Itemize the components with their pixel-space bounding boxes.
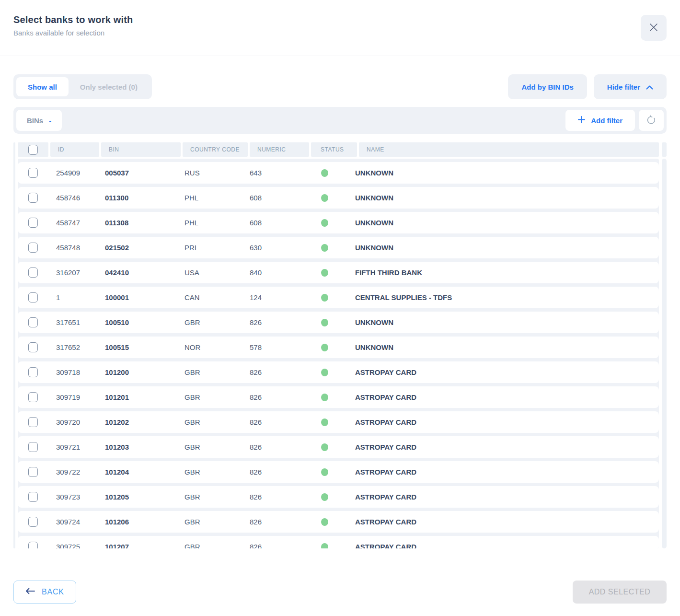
page-title: Select banks to work with: [13, 14, 667, 25]
cell-name: UNKNOWN: [347, 219, 659, 227]
row-checkbox[interactable]: [28, 492, 38, 502]
cell-country-code: PRI: [177, 244, 242, 252]
row-checkbox[interactable]: [28, 218, 38, 228]
tab-show-all[interactable]: Show all: [16, 77, 69, 96]
cell-numeric: 826: [242, 418, 301, 426]
table-scrollbar[interactable]: [662, 159, 667, 548]
refresh-icon: [646, 115, 657, 127]
cell-name: ASTROPAY CARD: [347, 493, 659, 501]
table-row: 1100001CAN124CENTRAL SUPPLIES - TDFS: [18, 287, 659, 308]
add-selected-button[interactable]: ADD SELECTED: [573, 581, 667, 604]
cell-numeric: 826: [242, 493, 301, 501]
table-row: 458747011308PHL608UNKNOWN: [18, 212, 659, 233]
cell-status: [301, 169, 347, 177]
chevron-up-icon: [646, 83, 653, 91]
cell-name: ASTROPAY CARD: [347, 368, 659, 376]
row-checkbox[interactable]: [28, 367, 38, 377]
filter-chip-bins[interactable]: BINs -: [16, 110, 62, 131]
row-checkbox[interactable]: [28, 442, 38, 452]
cell-country-code: RUS: [177, 169, 242, 177]
cell-numeric: 124: [242, 293, 301, 302]
cell-select: [18, 542, 48, 548]
row-checkbox[interactable]: [28, 392, 38, 402]
reset-filters-button[interactable]: [639, 110, 664, 131]
cell-country-code: GBR: [177, 418, 242, 426]
add-filter-label: Add filter: [591, 116, 622, 125]
cell-bin: 101200: [97, 368, 177, 376]
select-all-checkbox[interactable]: [28, 145, 38, 155]
table-left-strip: [13, 142, 15, 548]
cell-select: [18, 243, 48, 253]
add-filter-button[interactable]: Add filter: [565, 110, 635, 131]
cell-numeric: 826: [242, 543, 301, 548]
header-cell-bin: BIN: [101, 142, 181, 157]
cell-name: UNKNOWN: [347, 194, 659, 202]
cell-numeric: 630: [242, 244, 301, 252]
cell-numeric: 826: [242, 443, 301, 451]
page-subtitle: Banks available for selection: [13, 29, 667, 37]
row-checkbox[interactable]: [28, 517, 38, 527]
table-row: 317652100515NOR578UNKNOWN: [18, 337, 659, 358]
cell-select: [18, 342, 48, 352]
row-checkbox[interactable]: [28, 292, 38, 302]
row-checkbox[interactable]: [28, 243, 38, 253]
filter-bar: BINs - Add filter: [13, 107, 667, 134]
cell-country-code: GBR: [177, 468, 242, 476]
cell-bin: 101201: [97, 393, 177, 401]
header-cell-name: NAME: [359, 142, 659, 157]
add-by-bin-ids-button[interactable]: Add by BIN IDs: [508, 74, 587, 99]
arrow-left-icon: [25, 588, 35, 596]
hide-filter-button[interactable]: Hide filter: [594, 74, 667, 99]
cell-bin: 101207: [97, 543, 177, 548]
status-active-dot: [321, 319, 328, 326]
plus-icon: [578, 116, 585, 125]
cell-select: [18, 292, 48, 302]
cell-bin: 101202: [97, 418, 177, 426]
selection-toggle-group: Show all Only selected (0): [13, 74, 152, 99]
row-checkbox[interactable]: [28, 168, 38, 178]
header-cell-id: ID: [50, 142, 99, 157]
cell-status: [301, 219, 347, 227]
cell-status: [301, 244, 347, 252]
row-checkbox[interactable]: [28, 467, 38, 477]
cell-name: UNKNOWN: [347, 244, 659, 252]
row-checkbox[interactable]: [28, 342, 38, 352]
row-checkbox[interactable]: [28, 542, 38, 548]
back-button[interactable]: BACK: [13, 581, 76, 604]
cell-select: [18, 267, 48, 278]
banks-table: ID BIN COUNTRY CODE NUMERIC STATUS NAME …: [13, 142, 667, 548]
cell-id: 309725: [48, 543, 97, 548]
cell-status: [301, 194, 347, 202]
cell-numeric: 840: [242, 268, 301, 277]
status-active-dot: [321, 294, 328, 302]
status-active-dot: [321, 344, 328, 351]
cell-id: 309721: [48, 443, 97, 451]
row-checkbox[interactable]: [28, 193, 38, 203]
row-checkbox[interactable]: [28, 417, 38, 427]
cell-select: [18, 467, 48, 477]
cell-country-code: GBR: [177, 393, 242, 401]
cell-id: 309720: [48, 418, 97, 426]
scrollbar-header-block: [662, 142, 667, 157]
cell-bin: 005037: [97, 169, 177, 177]
cell-status: [301, 518, 347, 526]
cell-id: 309724: [48, 518, 97, 526]
row-checkbox[interactable]: [28, 267, 38, 278]
row-checkbox[interactable]: [28, 317, 38, 327]
status-active-dot: [321, 219, 328, 227]
cell-numeric: 826: [242, 368, 301, 376]
header-cell-country-code: COUNTRY CODE: [183, 142, 248, 157]
tab-only-selected[interactable]: Only selected (0): [69, 77, 149, 96]
cell-id: 309719: [48, 393, 97, 401]
cell-status: [301, 418, 347, 426]
cell-select: [18, 317, 48, 327]
close-button[interactable]: [641, 15, 667, 41]
cell-country-code: PHL: [177, 194, 242, 202]
table-body: 254909005037RUS643UNKNOWN458746011300PHL…: [18, 159, 659, 548]
cell-name: UNKNOWN: [347, 318, 659, 326]
cell-name: ASTROPAY CARD: [347, 518, 659, 526]
dialog-body: Show all Only selected (0) Add by BIN ID…: [0, 74, 680, 548]
cell-country-code: USA: [177, 268, 242, 277]
status-active-dot: [321, 269, 328, 277]
cell-id: 316207: [48, 268, 97, 277]
